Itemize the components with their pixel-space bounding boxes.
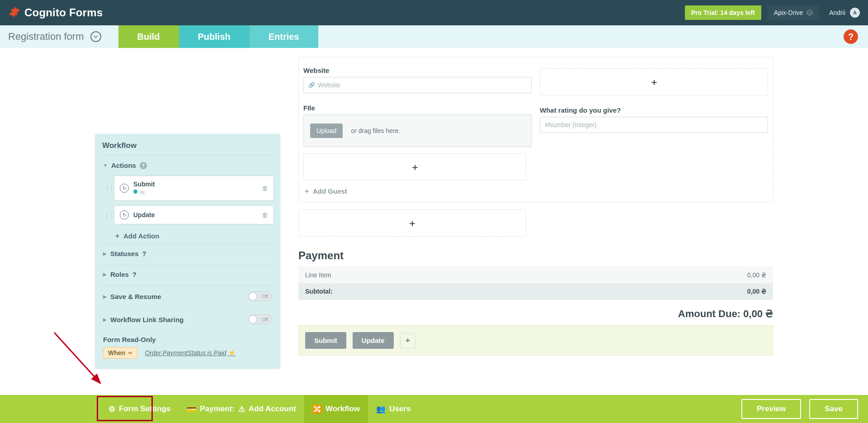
chevron-down-icon [128, 351, 132, 355]
logo-text: Cognito Forms [24, 6, 103, 19]
rating-label: What rating do you give? [540, 106, 768, 114]
subtotal-label: Subtotal: [305, 288, 333, 295]
add-action-button[interactable]: ＋ Add Action [114, 229, 274, 242]
org-name: Apix-Drive [774, 9, 803, 16]
drag-handle-icon[interactable]: ⋮⋮ [104, 212, 113, 218]
form-submit-button[interactable]: Submit [305, 332, 346, 349]
payment-subtotal-row: Subtotal: 0,00 ₴ [299, 283, 773, 299]
upload-hint: or drag files here. [351, 127, 400, 134]
help-icon[interactable]: ? [142, 250, 146, 257]
workflow-panel: Workflow ▼ Actions ? ⋮⋮ ↻ Submit ✉ 🗑 ⋮⋮ … [95, 134, 280, 369]
form-update-button[interactable]: Update [353, 332, 394, 349]
pro-trial-badge[interactable]: Pro Trial: 14 days left [685, 5, 761, 20]
help-icon[interactable]: ? [140, 162, 147, 169]
add-form-button[interactable]: ＋ [400, 333, 415, 348]
line-item-label: Line Item [305, 271, 331, 279]
statuses-label: Statuses [110, 250, 139, 257]
shuffle-icon: 🔀 [312, 404, 322, 414]
form-title-dropdown[interactable] [90, 31, 101, 42]
help-icon[interactable]: ? [132, 271, 137, 278]
payment-add-account-label: Add Account [249, 404, 296, 413]
save-button[interactable]: Save [809, 399, 858, 419]
form-settings-label: Form Settings [119, 404, 170, 413]
user-menu[interactable]: Andrii A [829, 8, 860, 18]
action-type-icon: ↻ [120, 210, 129, 219]
help-button[interactable]: ? [844, 29, 858, 44]
form-title: Registration form [8, 31, 84, 43]
add-field-slot-mid[interactable]: ＋ [303, 153, 526, 181]
workflow-actions-expander[interactable]: ▼ Actions ? [101, 155, 274, 172]
preview-button[interactable]: Preview [741, 399, 801, 419]
subbar: Registration form Build Publish Entries … [0, 25, 868, 48]
website-placeholder: Website [318, 81, 340, 89]
website-input[interactable]: 🔗 Website [303, 77, 532, 93]
action-card-update[interactable]: ⋮⋮ ↻ Update 🗑 [114, 205, 274, 224]
warning-icon: ⚠ [238, 404, 245, 414]
file-label: FIle [303, 104, 532, 112]
mail-icon: ✉ [140, 190, 145, 196]
svg-point-0 [807, 10, 812, 15]
drag-handle-icon[interactable]: ⋮⋮ [104, 185, 113, 191]
bottombar-users[interactable]: 👥 Users [368, 395, 419, 423]
action-type-icon: ↻ [120, 184, 129, 193]
rating-placeholder: #Number (Integer) [545, 121, 596, 128]
gear-icon: ⚙ [108, 404, 115, 414]
guest-section: Website 🔗 Website FIle Upload or drag fi… [298, 57, 773, 202]
tab-publish[interactable]: Publish [179, 25, 250, 48]
bottombar-workflow[interactable]: 🔀 Workflow [304, 395, 368, 423]
workflow-roles-row[interactable]: ▶Roles? [101, 265, 274, 284]
workflow-title: Workflow [101, 139, 274, 155]
tab-entries[interactable]: Entries [250, 25, 318, 48]
rating-input[interactable]: #Number (Integer) [540, 117, 768, 133]
workflow-actions-label: Actions [111, 162, 136, 169]
payment-section-title: Payment [298, 249, 773, 262]
save-resume-toggle[interactable]: Off [248, 291, 272, 301]
readonly-expression[interactable]: Order.PaymentStatus is Paid⚡ [145, 349, 236, 356]
bottombar: ⚙ Form Settings 💳 Payment: ⚠ Add Account… [0, 395, 868, 423]
caret-right-icon: ▶ [103, 317, 107, 322]
workflow-statuses-row[interactable]: ▶Statuses? [101, 244, 274, 263]
bottombar-form-settings[interactable]: ⚙ Form Settings [100, 395, 179, 423]
form-title-group: Registration form [8, 31, 101, 43]
workflow-link-sharing-row[interactable]: ▶Workflow Link Sharing Off [101, 309, 274, 330]
add-field-slot-bottom[interactable]: ＋ [298, 209, 526, 237]
action-card-title: Submit [133, 181, 155, 188]
add-guest-label: Add Guest [313, 187, 347, 195]
canvas-area: Workflow ▼ Actions ? ⋮⋮ ↻ Submit ✉ 🗑 ⋮⋮ … [0, 48, 868, 395]
action-card-submit[interactable]: ⋮⋮ ↻ Submit ✉ 🗑 [114, 176, 274, 201]
delete-action-button[interactable]: 🗑 [262, 211, 268, 219]
topbar: Cognito Forms Pro Trial: 14 days left Ap… [0, 0, 868, 25]
amount-due: Amount Due: 0,00 ₴ [298, 308, 773, 320]
form-builder-canvas: Website 🔗 Website FIle Upload or drag fi… [298, 48, 773, 356]
plus-icon: ＋ [303, 187, 310, 195]
caret-right-icon: ▶ [103, 272, 107, 277]
add-guest-button[interactable]: ＋ Add Guest [303, 187, 768, 195]
roles-label: Roles [110, 271, 129, 278]
payment-table: Line Item 0,00 ₴ Subtotal: 0,00 ₴ [298, 266, 773, 300]
caret-right-icon: ▶ [103, 294, 107, 299]
toggle-off-label: Off [262, 317, 268, 322]
readonly-when-chip[interactable]: When [103, 347, 137, 359]
caret-right-icon: ▶ [103, 251, 107, 256]
link-sharing-label: Workflow Link Sharing [110, 316, 184, 323]
file-upload-field[interactable]: Upload or drag files here. [303, 114, 532, 147]
when-label: When [108, 349, 125, 356]
link-icon: 🔗 [308, 82, 315, 88]
upload-button[interactable]: Upload [310, 124, 343, 138]
org-switcher[interactable]: Apix-Drive [768, 5, 820, 20]
workflow-save-resume-row[interactable]: ▶Save & Resume Off [101, 285, 274, 307]
credit-card-icon: 💳 [187, 404, 196, 414]
plus-icon: ＋ [114, 232, 121, 240]
delete-action-button[interactable]: 🗑 [262, 185, 268, 192]
bottombar-payment[interactable]: 💳 Payment: ⚠ Add Account [179, 395, 304, 423]
payment-line-item-row[interactable]: Line Item 0,00 ₴ [299, 267, 773, 283]
link-sharing-toggle[interactable]: Off [248, 314, 272, 324]
tab-build[interactable]: Build [118, 25, 179, 48]
readonly-expression-text: Order.PaymentStatus is Paid [145, 349, 226, 356]
users-label: Users [389, 404, 410, 413]
logo-gear-icon [8, 6, 24, 19]
action-card-title: Update [133, 211, 155, 219]
form-action-buttons-row: Submit Update ＋ [298, 325, 773, 356]
add-field-slot-top[interactable]: ＋ [540, 68, 768, 95]
toggle-off-label: Off [262, 294, 268, 299]
